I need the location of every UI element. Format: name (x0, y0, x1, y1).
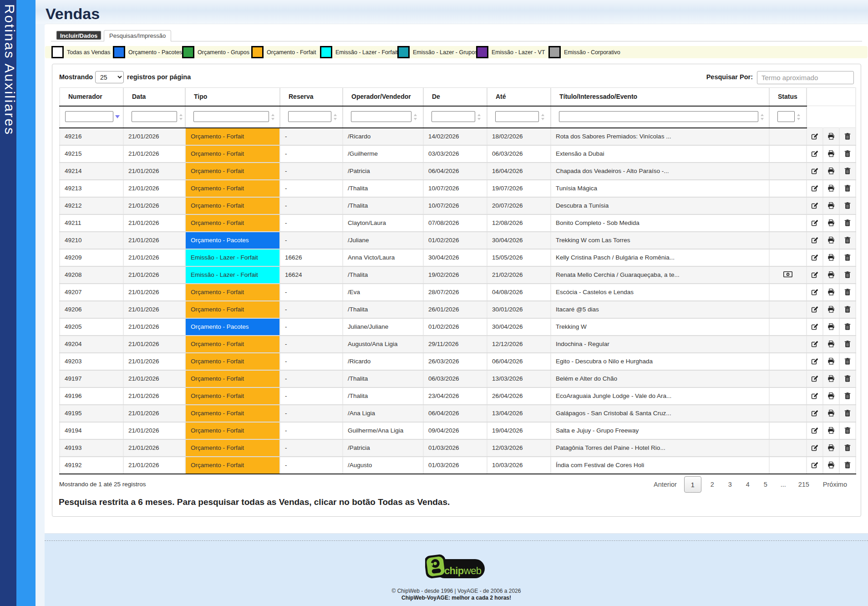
svg-text:web: web (463, 565, 482, 576)
svg-text:chip: chip (444, 565, 464, 576)
